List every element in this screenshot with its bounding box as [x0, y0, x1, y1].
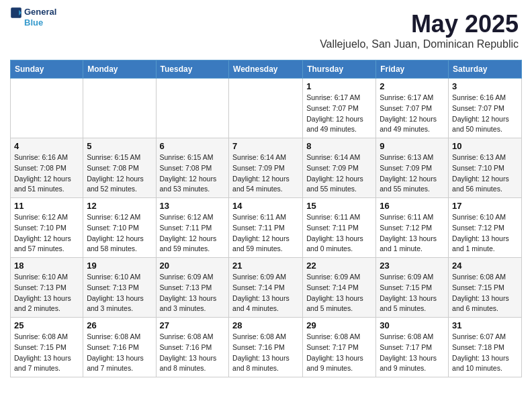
day-detail: Sunrise: 6:09 AMSunset: 7:14 PMDaylight:…	[306, 272, 372, 314]
day-number: 8	[306, 141, 372, 151]
day-detail: Sunrise: 6:08 AMSunset: 7:16 PMDaylight:…	[160, 332, 226, 374]
calendar-week-row: 11Sunrise: 6:12 AMSunset: 7:10 PMDayligh…	[11, 198, 522, 258]
day-number: 12	[87, 201, 152, 211]
day-detail: Sunrise: 6:16 AMSunset: 7:07 PMDaylight:…	[452, 93, 518, 135]
header-friday: Friday	[376, 60, 449, 79]
weekday-header-row: Sunday Monday Tuesday Wednesday Thursday…	[11, 60, 522, 79]
header-thursday: Thursday	[303, 60, 376, 79]
calendar-week-row: 18Sunrise: 6:10 AMSunset: 7:13 PMDayligh…	[11, 258, 522, 318]
table-row: 22Sunrise: 6:09 AMSunset: 7:14 PMDayligh…	[303, 258, 376, 318]
table-row: 8Sunrise: 6:14 AMSunset: 7:09 PMDaylight…	[303, 138, 376, 198]
day-detail: Sunrise: 6:12 AMSunset: 7:10 PMDaylight:…	[14, 212, 79, 255]
table-row: 13Sunrise: 6:12 AMSunset: 7:11 PMDayligh…	[156, 198, 229, 258]
day-detail: Sunrise: 6:13 AMSunset: 7:10 PMDaylight:…	[452, 152, 518, 195]
day-number: 4	[14, 141, 79, 151]
table-row: 15Sunrise: 6:11 AMSunset: 7:11 PMDayligh…	[303, 198, 376, 258]
calendar-subtitle: Vallejuelo, San Juan, Dominican Republic	[320, 38, 519, 50]
header-monday: Monday	[83, 60, 156, 79]
day-detail: Sunrise: 6:10 AMSunset: 7:13 PMDaylight:…	[14, 272, 79, 314]
day-detail: Sunrise: 6:12 AMSunset: 7:11 PMDaylight:…	[160, 212, 226, 255]
table-row: 17Sunrise: 6:10 AMSunset: 7:12 PMDayligh…	[449, 198, 522, 258]
day-number: 5	[87, 141, 152, 151]
day-number: 22	[306, 261, 372, 271]
day-number: 17	[452, 201, 518, 211]
day-detail: Sunrise: 6:09 AMSunset: 7:13 PMDaylight:…	[160, 272, 226, 314]
day-detail: Sunrise: 6:08 AMSunset: 7:16 PMDaylight:…	[87, 332, 152, 374]
day-number: 28	[232, 320, 299, 330]
calendar-title: May 2025	[320, 10, 519, 38]
day-number: 19	[87, 261, 152, 271]
day-detail: Sunrise: 6:12 AMSunset: 7:10 PMDaylight:…	[87, 212, 152, 255]
day-number: 2	[380, 81, 445, 91]
calendar-week-row: 25Sunrise: 6:08 AMSunset: 7:15 PMDayligh…	[11, 318, 522, 377]
day-detail: Sunrise: 6:10 AMSunset: 7:13 PMDaylight:…	[87, 272, 152, 314]
day-number: 13	[160, 201, 226, 211]
logo-icon	[10, 7, 22, 19]
table-row: 25Sunrise: 6:08 AMSunset: 7:15 PMDayligh…	[11, 318, 83, 377]
header-tuesday: Tuesday	[156, 60, 229, 79]
table-row: 27Sunrise: 6:08 AMSunset: 7:16 PMDayligh…	[156, 318, 229, 377]
logo-text-line1: General	[24, 7, 56, 17]
day-number: 18	[14, 261, 79, 271]
day-detail: Sunrise: 6:15 AMSunset: 7:08 PMDaylight:…	[160, 152, 226, 195]
table-row	[229, 79, 303, 138]
day-number: 23	[380, 261, 445, 271]
calendar-table: Sunday Monday Tuesday Wednesday Thursday…	[10, 60, 522, 377]
table-row: 24Sunrise: 6:08 AMSunset: 7:15 PMDayligh…	[449, 258, 522, 318]
calendar-week-row: 4Sunrise: 6:16 AMSunset: 7:08 PMDaylight…	[11, 138, 522, 198]
table-row: 12Sunrise: 6:12 AMSunset: 7:10 PMDayligh…	[83, 198, 156, 258]
day-detail: Sunrise: 6:11 AMSunset: 7:12 PMDaylight:…	[380, 212, 445, 255]
day-number: 26	[87, 320, 152, 330]
table-row: 21Sunrise: 6:09 AMSunset: 7:14 PMDayligh…	[229, 258, 303, 318]
calendar-week-row: 1Sunrise: 6:17 AMSunset: 7:07 PMDaylight…	[11, 79, 522, 138]
table-row: 1Sunrise: 6:17 AMSunset: 7:07 PMDaylight…	[303, 79, 376, 138]
table-row: 4Sunrise: 6:16 AMSunset: 7:08 PMDaylight…	[11, 138, 83, 198]
table-row: 18Sunrise: 6:10 AMSunset: 7:13 PMDayligh…	[11, 258, 83, 318]
day-number: 20	[160, 261, 226, 271]
day-number: 6	[160, 141, 226, 151]
day-number: 3	[452, 81, 518, 91]
day-detail: Sunrise: 6:09 AMSunset: 7:15 PMDaylight:…	[380, 272, 445, 314]
day-number: 14	[232, 201, 299, 211]
table-row: 29Sunrise: 6:08 AMSunset: 7:17 PMDayligh…	[303, 318, 376, 377]
day-number: 16	[380, 201, 445, 211]
day-detail: Sunrise: 6:13 AMSunset: 7:09 PMDaylight:…	[380, 152, 445, 195]
top-row: General Blue May 2025 Vallejuelo, San Ju…	[10, 7, 522, 57]
day-detail: Sunrise: 6:08 AMSunset: 7:16 PMDaylight:…	[232, 332, 299, 374]
table-row: 5Sunrise: 6:15 AMSunset: 7:08 PMDaylight…	[83, 138, 156, 198]
table-row: 31Sunrise: 6:07 AMSunset: 7:18 PMDayligh…	[449, 318, 522, 377]
day-detail: Sunrise: 6:15 AMSunset: 7:08 PMDaylight:…	[87, 152, 152, 195]
table-row: 20Sunrise: 6:09 AMSunset: 7:13 PMDayligh…	[156, 258, 229, 318]
table-row: 3Sunrise: 6:16 AMSunset: 7:07 PMDaylight…	[449, 79, 522, 138]
table-row: 30Sunrise: 6:08 AMSunset: 7:17 PMDayligh…	[376, 318, 449, 377]
table-row: 7Sunrise: 6:14 AMSunset: 7:09 PMDaylight…	[229, 138, 303, 198]
table-row: 26Sunrise: 6:08 AMSunset: 7:16 PMDayligh…	[83, 318, 156, 377]
table-row	[83, 79, 156, 138]
logo-text-line2: Blue	[24, 17, 56, 28]
table-row: 11Sunrise: 6:12 AMSunset: 7:10 PMDayligh…	[11, 198, 83, 258]
day-number: 25	[14, 320, 79, 330]
day-detail: Sunrise: 6:16 AMSunset: 7:08 PMDaylight:…	[14, 152, 79, 195]
day-number: 29	[306, 320, 372, 330]
day-number: 31	[452, 320, 518, 330]
day-detail: Sunrise: 6:17 AMSunset: 7:07 PMDaylight:…	[306, 93, 372, 135]
day-number: 7	[232, 141, 299, 151]
table-row: 19Sunrise: 6:10 AMSunset: 7:13 PMDayligh…	[83, 258, 156, 318]
calendar-container: General Blue May 2025 Vallejuelo, San Ju…	[0, 0, 532, 387]
table-row: 6Sunrise: 6:15 AMSunset: 7:08 PMDaylight…	[156, 138, 229, 198]
header-sunday: Sunday	[11, 60, 83, 79]
logo: General Blue	[10, 7, 56, 28]
day-number: 21	[232, 261, 299, 271]
table-row: 28Sunrise: 6:08 AMSunset: 7:16 PMDayligh…	[229, 318, 303, 377]
day-number: 1	[306, 81, 372, 91]
header-right: May 2025 Vallejuelo, San Juan, Dominican…	[320, 7, 522, 57]
table-row	[156, 79, 229, 138]
day-detail: Sunrise: 6:09 AMSunset: 7:14 PMDaylight:…	[232, 272, 299, 314]
table-row	[11, 79, 83, 138]
table-row: 10Sunrise: 6:13 AMSunset: 7:10 PMDayligh…	[449, 138, 522, 198]
table-row: 2Sunrise: 6:17 AMSunset: 7:07 PMDaylight…	[376, 79, 449, 138]
day-detail: Sunrise: 6:08 AMSunset: 7:15 PMDaylight:…	[14, 332, 79, 374]
day-detail: Sunrise: 6:08 AMSunset: 7:15 PMDaylight:…	[452, 272, 518, 314]
day-number: 11	[14, 201, 79, 211]
header-wednesday: Wednesday	[229, 60, 303, 79]
